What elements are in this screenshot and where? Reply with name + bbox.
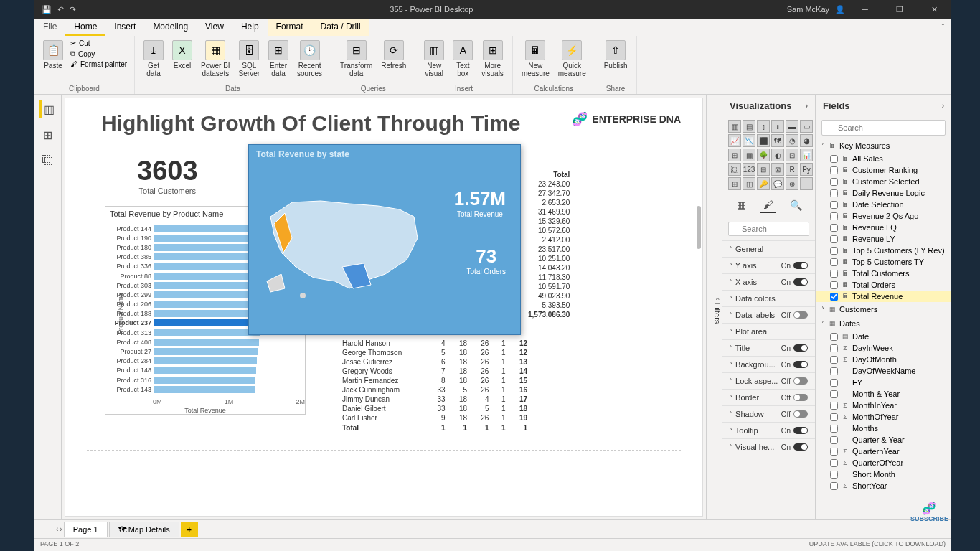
field-item[interactable]: Quarter & Year [816,434,951,446]
field-checkbox[interactable] [830,344,838,352]
viz-type-icon[interactable]: ▭ [800,120,813,133]
field-item[interactable]: 🖩Top 5 Customers TY [816,256,951,268]
viz-type-icon[interactable]: ◕ [800,134,813,147]
field-item[interactable]: ΣQuarternYear [816,446,951,457]
model-view-button[interactable]: ⿻ [39,152,57,169]
format-section-title[interactable]: ˅ TitleOn [722,339,815,356]
field-item[interactable]: ΣShortYear [816,480,951,491]
field-checkbox[interactable] [830,293,838,301]
toggle[interactable]: Off [781,410,808,418]
page-next-icon[interactable]: › [60,525,62,533]
viz-type-icon[interactable]: ⊕ [786,177,798,190]
field-checkbox[interactable] [830,436,838,444]
toggle[interactable]: On [781,344,808,352]
field-group-key-measures[interactable]: ˄🖩Key Measures [816,138,951,153]
field-checkbox[interactable] [830,247,838,255]
maximize-button[interactable]: ❐ [885,0,914,19]
report-canvas[interactable]: Highlight Growth Of Client Through Time … [65,98,703,517]
viz-type-icon[interactable]: ⬛ [757,134,770,147]
close-button[interactable]: ✕ [920,0,948,19]
new-visual-button[interactable]: ▥New visual [421,39,447,79]
field-checkbox[interactable] [830,201,838,209]
chevron-right-icon[interactable]: › [942,102,944,110]
viz-type-icon[interactable]: ⿴ [728,163,741,176]
format-section-visual-he-[interactable]: ˅ Visual he...On [722,438,815,455]
toggle[interactable]: On [781,427,808,435]
table-row[interactable]: Daniel Gilbert33185118 [338,404,532,413]
menu-file[interactable]: File [34,19,65,36]
format-section-lock-aspe-[interactable]: ˅ Lock aspe...Off [722,372,815,389]
field-checkbox[interactable] [830,258,838,266]
format-search-input[interactable] [728,222,809,236]
viz-type-icon[interactable]: ▬ [786,120,798,133]
save-icon[interactable]: 💾 [42,5,52,14]
new-measure-button[interactable]: 🖩New measure [519,39,552,79]
format-search[interactable] [728,222,809,236]
field-item[interactable]: 🖩Daily Revenue Logic [816,187,951,199]
field-checkbox[interactable] [830,448,838,456]
bar-row[interactable]: Product 143 [110,385,301,394]
toggle[interactable]: On [781,278,808,286]
field-checkbox[interactable] [830,367,838,375]
menu-format[interactable]: Format [268,19,312,36]
field-checkbox[interactable] [830,356,838,364]
viz-type-icon[interactable]: ⊡ [786,149,798,161]
field-group-dates[interactable]: ˄▦Dates [816,316,951,331]
quick-measure-button[interactable]: ⚡Quick measure [555,39,589,79]
sql-button[interactable]: 🗄SQL Server [236,39,263,79]
bar-row[interactable]: Product 316 [110,375,301,385]
table-row[interactable]: Harold Hanson41826112 [338,339,532,348]
user-name[interactable]: Sam McKay [787,5,829,14]
format-section-plot-area[interactable]: ˅ Plot area [722,323,815,339]
status-update[interactable]: UPDATE AVAILABLE (CLICK TO DOWNLOAD) [809,540,946,550]
subscribe-badge[interactable]: 🧬 SUBSCRIBE [910,501,948,519]
analytics-tab-icon[interactable]: 🔍 [788,197,804,213]
field-item[interactable]: 🖩Date Selection [816,199,951,210]
viz-type-icon[interactable]: 🌳 [757,149,770,161]
toggle[interactable]: On [781,262,808,270]
viz-type-icon[interactable]: 🗺 [771,134,784,147]
viz-type-icon[interactable]: ▤ [743,120,755,133]
page-prev-icon[interactable]: ‹ [56,525,58,533]
menu-modeling[interactable]: Modeling [144,19,197,36]
redo-icon[interactable]: ↷ [70,5,76,14]
table-row[interactable]: Jesse Gutierrez61826113 [338,357,532,367]
field-item[interactable]: ΣQuarterOfYear [816,457,951,468]
field-item[interactable]: DayOfWeekName [816,365,951,377]
field-checkbox[interactable] [830,459,838,467]
format-section-general[interactable]: ˅ General [722,240,815,257]
field-checkbox[interactable] [830,281,838,289]
ribbon-collapse-icon[interactable]: ˆ [942,24,951,32]
cut-button[interactable]: ✂Cut [69,39,128,48]
menu-insert[interactable]: Insert [105,19,144,36]
field-checkbox[interactable] [830,189,838,197]
toggle[interactable]: Off [781,394,808,402]
bar-row[interactable]: Product 148 [110,366,301,375]
bar-row[interactable]: Product 284 [110,357,301,366]
viz-type-icon[interactable]: ⋯ [800,177,813,190]
format-tab-icon[interactable]: 🖌 [760,197,776,213]
field-checkbox[interactable] [830,166,838,174]
filters-pane-collapsed[interactable]: ‹ Filters [706,95,722,519]
chevron-right-icon[interactable]: › [806,102,808,110]
viz-type-icon[interactable]: ◐ [771,149,784,161]
fields-search-input[interactable] [821,120,946,136]
field-checkbox[interactable] [830,333,838,341]
table-row[interactable]: Carl Fisher91826119 [338,413,532,423]
field-checkbox[interactable] [830,212,838,220]
user-avatar-icon[interactable]: 👤 [835,5,845,14]
viz-type-icon[interactable]: ▦ [743,149,755,161]
field-group-customers[interactable]: ˅▦Customers [816,302,951,316]
field-item[interactable]: 🖩All Sales [816,153,951,164]
viz-type-icon[interactable]: 🔑 [757,177,770,190]
publish-button[interactable]: ⇧Publish [601,39,631,71]
field-checkbox[interactable] [830,379,838,387]
scroll-thumb[interactable] [697,206,701,249]
format-section-data-labels[interactable]: ˅ Data labelsOff [722,306,815,323]
table-row[interactable]: Jimmy Duncan33184117 [338,395,532,404]
transform-data-button[interactable]: ⊟Transform data [337,39,375,79]
kpi-total-customers[interactable]: 3603 Total Customers [137,156,198,195]
field-item[interactable]: 🖩Total Orders [816,279,951,291]
table-row[interactable]: Jack Cunningham33526116 [338,385,532,395]
field-item[interactable]: FY [816,377,951,388]
